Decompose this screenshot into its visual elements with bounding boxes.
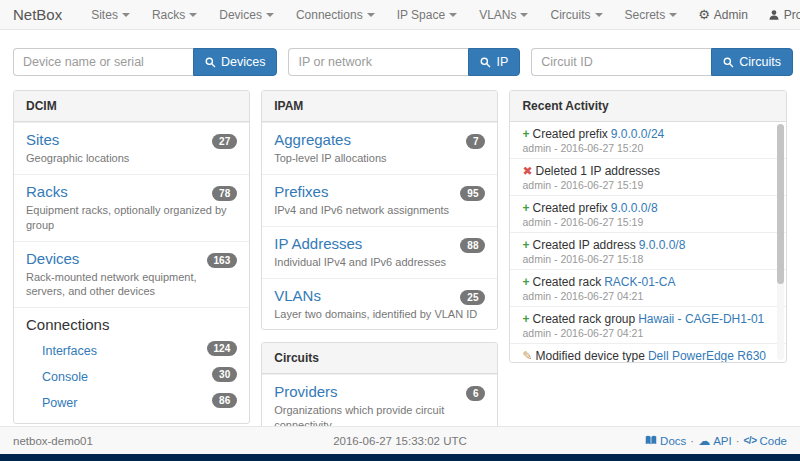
hostname: netbox-demo01	[13, 435, 271, 447]
count-badge: 124	[207, 341, 238, 356]
circuit-search-input[interactable]	[531, 48, 711, 76]
plus-icon: +	[522, 201, 529, 215]
separator: ·	[736, 435, 740, 447]
chevron-down-icon	[595, 13, 603, 17]
plus-icon: +	[522, 275, 529, 289]
link-providers[interactable]: Providers	[274, 383, 337, 400]
count-badge: 25	[460, 290, 485, 305]
plus-icon: +	[522, 238, 529, 252]
nav-menu-secrets[interactable]: Secrets	[614, 8, 689, 22]
link-ip-addresses[interactable]: IP Addresses	[274, 235, 362, 252]
activity-list: +Created prefix9.0.0.0/24 admin - 2016-0…	[510, 122, 786, 362]
nav-menu-label: VLANs	[479, 8, 516, 22]
link-vlans[interactable]: VLANs	[274, 287, 321, 304]
activity-object-link[interactable]: 9.0.0.0/8	[611, 201, 658, 215]
activity-meta: admin - 2016-06-27 04:21	[522, 290, 766, 302]
activity-meta: admin - 2016-06-27 15:19	[522, 179, 766, 191]
footer: netbox-demo01 2016-06-27 15:33:02 UTC Do…	[0, 426, 800, 454]
docs-link[interactable]: Docs	[645, 435, 686, 447]
connections-row-power: 86 Power	[26, 389, 237, 415]
nav-menu-label: Racks	[152, 8, 185, 22]
activity-item: ✖Deleted 1 IP addresses admin - 2016-06-…	[510, 158, 786, 195]
activity-object-link[interactable]: Dell PowerEdge R630	[648, 349, 766, 362]
activity-item: +Created prefix9.0.0.0/8 admin - 2016-06…	[510, 195, 786, 232]
nav-menu-circuits[interactable]: Circuits	[539, 8, 613, 22]
brand-netbox[interactable]: NetBox	[13, 6, 62, 23]
count-badge: 163	[207, 253, 238, 268]
nav-admin[interactable]: ⚙Admin	[688, 8, 758, 22]
nav-menu-label: IP Space	[397, 8, 445, 22]
nav-menu-label: Secrets	[625, 8, 666, 22]
count-badge: 27	[212, 134, 237, 149]
panel-title: Recent Activity	[510, 91, 786, 122]
activity-object-link[interactable]: Hawaii - CAGE-DH1-01	[638, 312, 764, 326]
list-item-ip-addresses: 88 IP Addresses Individual IPv4 and IPv6…	[262, 226, 497, 278]
activity-action: Created prefix	[532, 201, 607, 215]
panel-recent-activity: Recent Activity +Created prefix9.0.0.0/2…	[509, 90, 787, 363]
panel-title: Circuits	[262, 343, 497, 374]
ip-search-input[interactable]	[288, 48, 468, 76]
list-item-devices: 163 Devices Rack-mounted network equipme…	[14, 241, 249, 308]
connections-heading: Connections	[26, 316, 237, 333]
list-item-sites: 27 Sites Geographic locations	[14, 122, 249, 174]
activity-object-link[interactable]: 9.0.0.0/8	[639, 238, 686, 252]
activity-object-link[interactable]: RACK-01-CA	[604, 275, 675, 289]
nav-menu-label: Circuits	[550, 8, 590, 22]
user-icon	[768, 9, 780, 21]
scrollbar-thumb[interactable]	[777, 124, 784, 284]
device-search-button[interactable]: Devices	[193, 48, 277, 76]
scrollbar-track[interactable]	[777, 124, 784, 360]
link-devices[interactable]: Devices	[26, 250, 79, 267]
activity-action: Created IP address	[532, 238, 635, 252]
device-search-input[interactable]	[13, 48, 193, 76]
device-search-button-label: Devices	[221, 55, 265, 69]
circuit-search-button[interactable]: Circuits	[711, 48, 793, 76]
panel-ipam: IPAM 7 Aggregates Top-level IP allocatio…	[261, 90, 498, 330]
count-badge: 6	[466, 386, 486, 401]
list-item-connections: Connections 124 Interfaces 30 Console 86…	[14, 307, 249, 423]
link-prefixes[interactable]: Prefixes	[274, 183, 328, 200]
nav-profile-label: Profile	[784, 8, 800, 22]
activity-item: ✎Modified device typeDell PowerEdge R630…	[510, 343, 786, 362]
api-link[interactable]: ☁API	[698, 435, 732, 447]
chevron-down-icon	[122, 13, 130, 17]
chevron-down-icon	[449, 13, 457, 17]
panel-title: DCIM	[14, 91, 249, 122]
chevron-down-icon	[520, 13, 528, 17]
column-activity: Recent Activity +Created prefix9.0.0.0/2…	[509, 90, 787, 461]
connections-row-console: 30 Console	[26, 363, 237, 389]
activity-meta: admin - 2016-06-27 15:18	[522, 253, 766, 265]
activity-object-link[interactable]: 9.0.0.0/24	[611, 127, 664, 141]
nav-menu-connections[interactable]: Connections	[285, 8, 386, 22]
activity-action: Deleted 1 IP addresses	[536, 164, 661, 178]
code-link[interactable]: </>Code	[744, 435, 787, 447]
nav-profile[interactable]: Profile	[758, 8, 800, 22]
link-aggregates[interactable]: Aggregates	[274, 131, 351, 148]
chevron-down-icon	[189, 13, 197, 17]
count-badge: 95	[460, 186, 485, 201]
nav-menu-devices[interactable]: Devices	[208, 8, 285, 22]
link-power[interactable]: Power	[42, 396, 77, 410]
api-label: API	[713, 435, 732, 447]
plus-icon: +	[522, 127, 529, 141]
link-racks[interactable]: Racks	[26, 183, 68, 200]
nav-menu-ip-space[interactable]: IP Space	[386, 8, 468, 22]
activity-action: Created prefix	[532, 127, 607, 141]
ip-search-button[interactable]: IP	[468, 48, 520, 76]
nav-menu-racks[interactable]: Racks	[141, 8, 208, 22]
link-sites[interactable]: Sites	[26, 131, 59, 148]
code-label: Code	[760, 435, 788, 447]
column-ipam: IPAM 7 Aggregates Top-level IP allocatio…	[261, 90, 498, 461]
nav-menu-vlans[interactable]: VLANs	[468, 8, 539, 22]
count-badge: 30	[212, 367, 237, 382]
netbox-app: NetBox Sites Racks Devices Connections I…	[0, 0, 800, 461]
activity-action: Created rack group	[532, 312, 635, 326]
link-console[interactable]: Console	[42, 370, 88, 384]
nav-menus: Sites Racks Devices Connections IP Space…	[80, 8, 688, 22]
link-interfaces[interactable]: Interfaces	[42, 344, 97, 358]
chevron-down-icon	[367, 13, 375, 17]
item-description: Layer two domains, identified by VLAN ID	[274, 307, 485, 322]
nav-menu-sites[interactable]: Sites	[80, 8, 141, 22]
navbar: NetBox Sites Racks Devices Connections I…	[0, 0, 800, 30]
nav-menu-label: Devices	[219, 8, 262, 22]
